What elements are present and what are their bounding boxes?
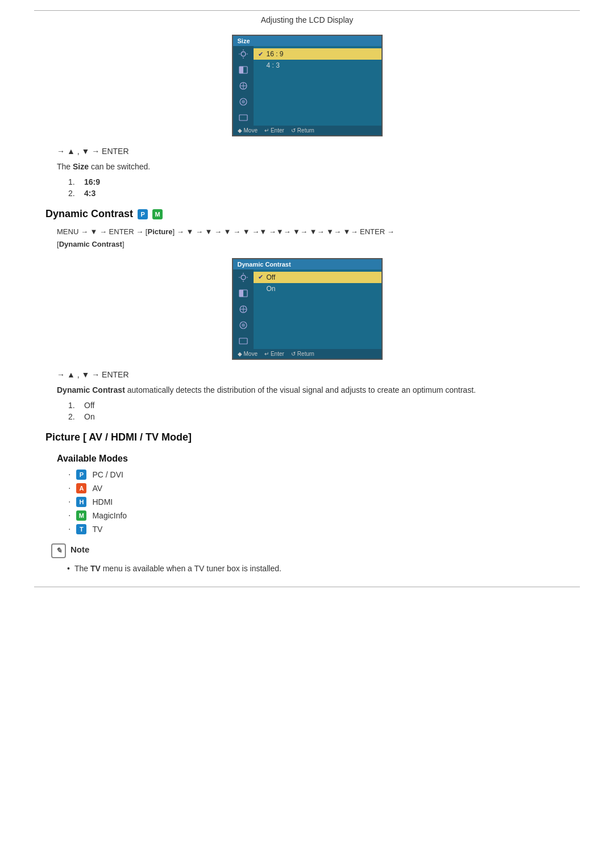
size-osd-item-169: ✔ 16 : 9 [254, 48, 381, 60]
mode-badge-t: T [76, 524, 86, 534]
mode-label-hdmi: HDMI [92, 497, 113, 506]
bullet-dot-magicinfo: · [68, 510, 70, 521]
badge-m: M [152, 209, 163, 219]
picture-section-heading: Picture [ AV / HDMI / TV Mode] [45, 431, 569, 443]
osd-icon-color [237, 96, 250, 107]
dynamic-contrast-osd-body: ✔ Off ✔ On [233, 269, 381, 349]
note-label: Note [70, 545, 89, 554]
size-footer-move: ◆ Move [238, 127, 258, 134]
size-check-169: ✔ [258, 51, 263, 58]
dc-numbered-list: 1.Off 2.On [68, 401, 614, 421]
dc-check-off: ✔ [258, 273, 263, 281]
dc-label-off: Off [267, 273, 276, 281]
dynamic-contrast-section: Dynamic Contrast P M [0, 208, 614, 220]
bullet-dot-tv: · [68, 524, 70, 534]
available-modes-heading: Available Modes [57, 454, 614, 464]
dc-enter-label: Enter [271, 351, 284, 357]
dc-return-label: Return [297, 351, 314, 357]
size-footer-return: ↺ Return [291, 127, 314, 134]
available-modes-list: · P PC / DVI · A AV · H HDMI · M MagicIn… [68, 470, 614, 534]
svg-point-13 [241, 275, 246, 280]
dc-osd-item-off: ✔ Off [254, 272, 381, 283]
mode-item-pc-dvi: · P PC / DVI [68, 470, 614, 480]
size-osd-footer: ◆ Move ↵ Enter ↺ Return [233, 126, 381, 135]
mode-label-av: AV [92, 484, 102, 493]
mode-item-hdmi: · H HDMI [68, 497, 614, 507]
svg-point-11 [242, 100, 245, 103]
dynamic-contrast-menu-instruction: MENU → ▼ → ENTER → [Picture] → ▼ → ▼ → ▼… [57, 226, 557, 251]
dc-osd-icon-3 [237, 304, 250, 315]
dc-footer-enter: ↵ Enter [264, 351, 284, 357]
mode-item-magicinfo: · M MagicInfo [68, 510, 614, 521]
enter-icon: ↵ [264, 127, 269, 134]
dc-osd-icon-2 [237, 288, 250, 299]
osd-icon-size [237, 112, 250, 123]
svg-point-0 [241, 52, 246, 56]
bullet-dot-pc: · [68, 470, 70, 480]
mode-badge-a: A [76, 483, 86, 493]
mode-item-av: · A AV [68, 483, 614, 493]
svg-rect-6 [239, 67, 243, 73]
dynamic-contrast-osd-footer: ◆ Move ↵ Enter ↺ Return [233, 349, 381, 359]
top-rule [34, 10, 580, 11]
svg-rect-19 [239, 290, 243, 297]
osd-icon-sharpness [237, 80, 250, 92]
note-item-1: • The TV menu is available when a TV tun… [67, 564, 614, 573]
osd-icon-brightness [237, 48, 250, 60]
bullet-dot-av: · [68, 483, 70, 493]
note-icon: ✎ [51, 543, 66, 558]
size-osd-body: ✔ 16 : 9 ✔ 4 : 3 [233, 46, 381, 126]
dc-move-diamond-icon: ◆ [238, 351, 242, 357]
size-osd-title: Size [233, 36, 381, 46]
return-label: Return [297, 127, 314, 134]
size-osd-items: ✔ 16 : 9 ✔ 4 : 3 [254, 46, 381, 126]
osd-icon-contrast [237, 64, 250, 76]
mode-badge-h: H [76, 497, 86, 507]
size-label-43: 4 : 3 [267, 61, 280, 69]
size-item-1: 1.16:9 [68, 177, 614, 186]
dc-item-2: 2.On [68, 412, 614, 421]
dc-item-1: 1.Off [68, 401, 614, 410]
note-box: ✎ Note [51, 543, 614, 558]
note-text-1: The TV menu is available when a TV tuner… [74, 564, 281, 573]
size-footer-enter: ↵ Enter [264, 127, 284, 134]
size-label-169: 16 : 9 [267, 50, 284, 58]
size-item-2: 2.4:3 [68, 189, 614, 198]
page-title-text: Adjusting the LCD Display [261, 15, 354, 24]
dynamic-contrast-title: Dynamic Contrast [45, 208, 133, 220]
enter-label: Enter [271, 127, 284, 134]
picture-section: Picture [ AV / HDMI / TV Mode] [0, 431, 614, 443]
size-numbered-list: 1.16:9 2.4:3 [68, 177, 614, 198]
mode-label-tv: TV [92, 525, 102, 534]
dc-footer-return: ↺ Return [291, 351, 314, 357]
svg-point-24 [242, 323, 245, 327]
svg-rect-25 [239, 338, 247, 344]
bottom-rule [34, 587, 580, 587]
dc-nav-instruction: → ▲ , ▼ → ENTER [57, 370, 614, 379]
dc-osd-icon-5 [237, 335, 250, 347]
badge-p: P [138, 209, 148, 219]
dynamic-contrast-osd-title: Dynamic Contrast [233, 259, 381, 269]
size-body-text: The Size can be switched. [57, 160, 557, 173]
page-title: Adjusting the LCD Display [0, 15, 614, 24]
note-bullet-dot: • [67, 564, 70, 573]
note-bullet-list: • The TV menu is available when a TV tun… [67, 564, 614, 573]
dc-body-text: Dynamic Contrast automatically detects t… [57, 384, 557, 396]
size-osd-menu: Size ✔ [232, 35, 383, 136]
picture-section-title: Picture [ AV / HDMI / TV Mode] [45, 431, 192, 443]
mode-item-tv: · T TV [68, 524, 614, 534]
dc-osd-icon-4 [237, 319, 250, 331]
mode-label-pc-dvi: PC / DVI [92, 470, 123, 479]
move-label: Move [244, 127, 258, 134]
dc-osd-item-on: ✔ On [254, 283, 381, 294]
dynamic-contrast-osd-icons [233, 269, 254, 349]
dc-return-icon: ↺ [291, 351, 296, 357]
move-diamond-icon: ◆ [238, 127, 242, 134]
dc-enter-icon: ↵ [264, 351, 269, 357]
page-container: Adjusting the LCD Display Size [0, 10, 614, 587]
dc-osd-icon-1 [237, 272, 250, 283]
bullet-dot-hdmi: · [68, 497, 70, 507]
size-nav-instruction: → ▲ , ▼ → ENTER [57, 147, 614, 156]
dc-move-label: Move [244, 351, 258, 357]
dynamic-contrast-osd-menu: Dynamic Contrast [232, 258, 383, 360]
